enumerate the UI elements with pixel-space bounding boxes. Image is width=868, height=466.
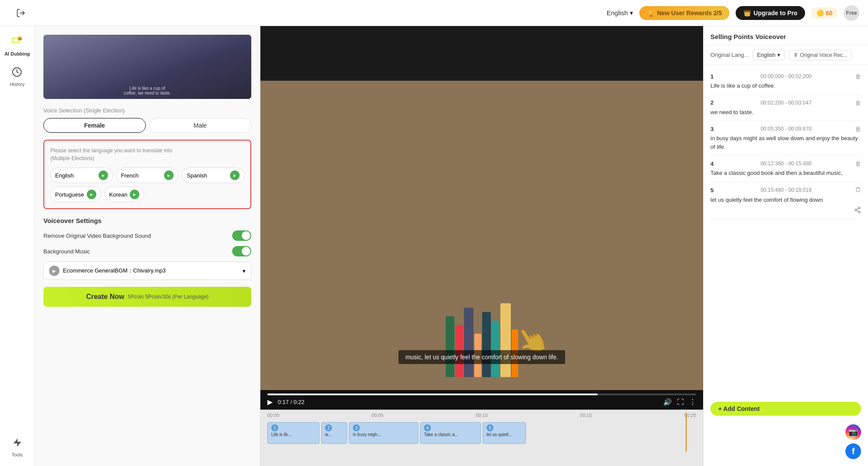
lang-label-portuguese: Portuguese xyxy=(55,191,84,198)
right-panel-controls: Original Lang... English ▾ 🎙 Original Vo… xyxy=(704,45,868,65)
segment-time-2: 00:02:200 - 00:03:047 xyxy=(760,100,811,106)
lang-option-english[interactable]: English xyxy=(50,167,113,183)
bgm-selector[interactable]: ▶ Ecommerce GeneralBGM：Chivalry.mp3 ▾ xyxy=(43,262,251,280)
bgm-chevron-icon: ▾ xyxy=(243,268,246,274)
segment-time-3: 00:05:350 - 00:09:870 xyxy=(760,126,811,132)
instagram-icon[interactable]: 📷 xyxy=(845,424,861,440)
lang-toggle-spanish[interactable] xyxy=(230,171,240,180)
share-button[interactable] xyxy=(854,207,861,215)
timeline-ruler: 00:00 00:05 00:10 00:15 00:20 xyxy=(260,410,703,420)
segment-delete-5[interactable] xyxy=(855,187,861,194)
segment-text-2: we need to taste. xyxy=(710,108,861,117)
lang-option-spanish[interactable]: Spanish xyxy=(182,167,244,183)
time-display: 0:17 / 0:22 xyxy=(278,399,658,405)
lang-label-korean: Korean xyxy=(109,191,128,198)
progress-bar[interactable] xyxy=(267,394,696,395)
segment-item-2: 2 00:02:200 - 00:03:047 🗑 we need to tas… xyxy=(710,95,861,121)
segments-list: 1 00:00:000 - 00:02:200 🗑 Life is like a… xyxy=(704,65,868,397)
lang-option-korean[interactable]: Korean xyxy=(105,187,145,202)
female-button[interactable]: Female xyxy=(43,118,146,133)
sidebar-item-ai-dubbing[interactable]: AI AI Dubbing xyxy=(4,35,30,56)
lang-option-french[interactable]: French xyxy=(116,167,179,183)
lang-toggle-french[interactable] xyxy=(164,171,174,180)
track-item-2[interactable]: 2 w... xyxy=(321,422,347,444)
lang-label-spanish: Spanish xyxy=(187,172,207,179)
language-select-title: Please select the language you want to t… xyxy=(50,147,244,162)
rewards-button[interactable]: 🏆 New User Rewards 2/5 xyxy=(639,6,730,20)
sidebar-item-tools[interactable]: Tools xyxy=(12,437,23,457)
bg-music-toggle[interactable] xyxy=(232,246,251,256)
segment-num-3: 3 xyxy=(710,126,713,132)
track-item-3[interactable]: 3 in busy migh... xyxy=(349,422,418,444)
sidebar-item-label-tools: Tools xyxy=(12,452,23,457)
voice-rec-button[interactable]: 🎙 Original Voice Rec... xyxy=(789,50,852,60)
logout-button[interactable] xyxy=(13,5,29,21)
lang-toggle-english[interactable] xyxy=(99,171,108,180)
ai-dubbing-icon: AI xyxy=(11,35,23,49)
track-item-5[interactable]: 5 let us quietl... xyxy=(483,422,526,444)
segment-text-4: Take a classic good book and then a beau… xyxy=(710,169,861,177)
create-btn-label: Create Now xyxy=(86,293,124,301)
remove-bg-sound-label: Remove Original Video Background Sound xyxy=(43,233,151,239)
crown-icon: 👑 xyxy=(743,10,751,16)
track-text-4: Take a classic a... xyxy=(424,432,477,437)
svg-line-9 xyxy=(857,210,859,212)
sidebar-item-history[interactable]: History xyxy=(10,67,24,87)
more-options-button[interactable]: ⋮ xyxy=(689,398,696,406)
segment-item-3: 3 00:05:350 - 00:09:870 🗑 in busy days m… xyxy=(710,121,861,156)
remove-bg-sound-toggle[interactable] xyxy=(232,230,251,241)
sidebar-item-label-history: History xyxy=(10,82,24,87)
coin-icon: 🟡 xyxy=(816,10,824,16)
lang-dropdown-value: English xyxy=(757,52,776,58)
rewards-label: New User Rewards 2/5 xyxy=(657,10,722,16)
timeline-marks: 00:00 00:05 00:10 00:15 00:20 xyxy=(267,413,696,418)
svg-point-6 xyxy=(858,207,860,209)
volume-button[interactable]: 🔊 xyxy=(663,398,672,406)
segment-text-5: let us quietly feel the comfort of flowi… xyxy=(710,196,861,204)
timeline-panel: 00:00 00:05 00:10 00:15 00:20 1 Life is … xyxy=(260,410,703,466)
segment-delete-1[interactable]: 🗑 xyxy=(855,73,861,80)
bgm-name: Ecommerce GeneralBGM：Chivalry.mp3 xyxy=(63,267,166,275)
add-content-button[interactable]: + Add Content xyxy=(710,402,861,416)
lang-option-portuguese[interactable]: Portuguese xyxy=(50,187,101,202)
segment-num-2: 2 xyxy=(710,99,713,106)
play-button[interactable]: ▶ xyxy=(267,398,273,406)
language-selector[interactable]: English ▾ xyxy=(607,9,633,17)
main-layout: AI AI Dubbing History Tools xyxy=(0,26,868,466)
segment-item-5: 5 00:15:480 - 00:18:018 let us quietly f… xyxy=(710,182,861,220)
video-controls: ▶ 0:17 / 0:22 🔊 ⛶ ⋮ xyxy=(260,390,703,410)
create-now-button[interactable]: Create Now 5Pcoin 5Pcoin/30s (Per Langua… xyxy=(43,287,251,307)
bg-music-row: Background Music xyxy=(43,246,251,256)
social-icons: 📷 f xyxy=(704,421,868,466)
lang-dropdown[interactable]: English ▾ xyxy=(752,49,785,60)
chevron-down-icon: ▾ xyxy=(777,52,780,58)
voice-selection-heading: Voice Selection (Single Election) xyxy=(43,107,251,114)
bgm-play-icon[interactable]: ▶ xyxy=(49,266,59,276)
track-item-1[interactable]: 1 Life is lik... xyxy=(267,422,319,444)
video-thumbnail: Life is like a cup ofcoffee, we need to … xyxy=(43,35,251,99)
segment-time-4: 00:12:380 - 00:15:480 xyxy=(760,161,811,167)
controls-row: ▶ 0:17 / 0:22 🔊 ⛶ ⋮ xyxy=(267,398,696,406)
segment-delete-4[interactable]: 🗑 xyxy=(855,160,861,167)
sidebar-item-label-ai-dubbing: AI Dubbing xyxy=(4,51,30,56)
lang-toggle-korean[interactable] xyxy=(130,190,139,199)
trophy-icon: 🏆 xyxy=(647,10,654,16)
fullscreen-button[interactable]: ⛶ xyxy=(677,398,684,406)
progress-bar-fill xyxy=(267,394,598,395)
right-panel: Selling Points Voiceover Original Lang..… xyxy=(703,26,868,466)
segment-delete-3[interactable]: 🗑 xyxy=(855,125,861,132)
language-options-grid: English French Spanish xyxy=(50,167,244,183)
segment-delete-2[interactable]: 🗑 xyxy=(855,99,861,106)
coins-count: 60 xyxy=(825,10,832,16)
lang-toggle-portuguese[interactable] xyxy=(87,190,96,199)
upgrade-button[interactable]: 👑 Upgrade to Pro xyxy=(736,6,805,20)
track-text-3: in busy migh... xyxy=(353,432,414,437)
male-button[interactable]: Male xyxy=(149,118,252,133)
track-item-4[interactable]: 4 Take a classic a... xyxy=(420,422,481,444)
avatar[interactable]: Free xyxy=(844,5,859,21)
timeline-needle xyxy=(686,413,687,452)
lang-label-english: English xyxy=(55,172,74,179)
app-header: English ▾ 🏆 New User Rewards 2/5 👑 Upgra… xyxy=(0,0,868,26)
bg-music-label: Background Music xyxy=(43,248,90,255)
facebook-icon[interactable]: f xyxy=(845,443,861,459)
